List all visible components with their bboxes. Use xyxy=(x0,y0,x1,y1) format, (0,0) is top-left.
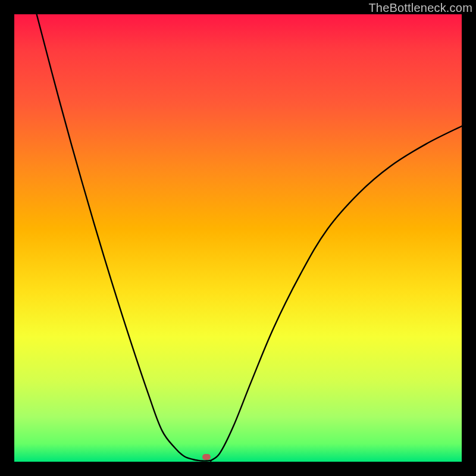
watermark-text: TheBottleneck.com xyxy=(368,1,472,15)
plot-area xyxy=(14,14,462,462)
chart-frame: TheBottleneck.com xyxy=(0,0,476,476)
bottleneck-curve xyxy=(14,14,462,462)
optimum-marker xyxy=(202,454,211,460)
